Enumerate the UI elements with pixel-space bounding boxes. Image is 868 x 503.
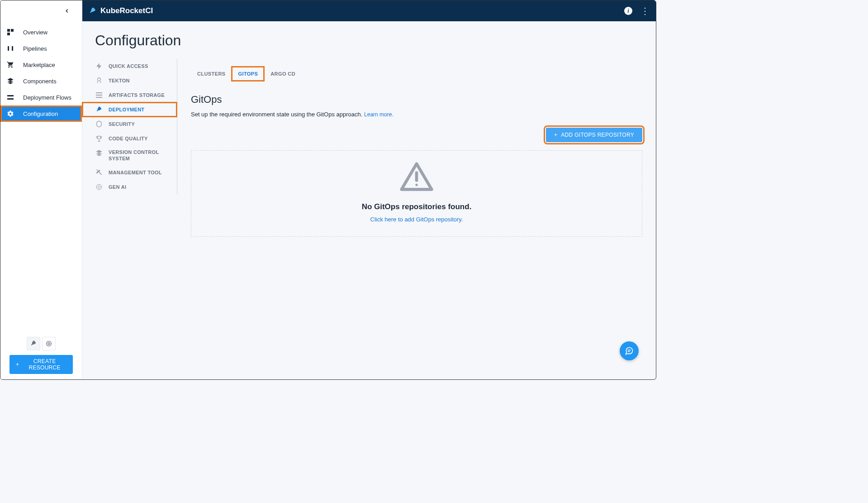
- sidebar-item-deployment-flows[interactable]: Deployment Flows: [0, 89, 82, 105]
- config-nav-management[interactable]: MANAGEMENT TOOL: [82, 165, 177, 180]
- section-title: GitOps: [191, 94, 642, 105]
- tools-icon: [95, 168, 103, 177]
- empty-link[interactable]: Click here to add GitOps repository.: [200, 216, 633, 223]
- shield-icon: [95, 120, 103, 128]
- header: KubeRocketCI i ⋮: [82, 0, 656, 21]
- config-nav-security[interactable]: SECURITY: [82, 117, 177, 131]
- svg-rect-3: [8, 46, 9, 51]
- config-nav-artifacts[interactable]: ARTIFACTS STORAGE: [82, 88, 177, 102]
- empty-state: No GitOps repositories found. Click here…: [191, 150, 642, 237]
- sidebar-nav: Overview Pipelines Marketplace Component…: [0, 21, 82, 332]
- tabs: CLUSTERS GITOPS ARGO CD: [191, 67, 642, 81]
- config-nav-gen-ai[interactable]: GEN AI: [82, 180, 177, 194]
- action-bar: + ADD GITOPS REPOSITORY: [191, 128, 642, 142]
- rocket-icon: [89, 7, 97, 15]
- svg-rect-1: [11, 29, 14, 32]
- sidebar-item-label: Components: [23, 78, 57, 85]
- sidebar: Overview Pipelines Marketplace Component…: [0, 0, 82, 379]
- sidebar-bottom: + CREATE RESOURCE: [0, 332, 82, 379]
- bolt-icon: [95, 62, 103, 70]
- sidebar-item-label: Marketplace: [23, 62, 55, 68]
- flows-icon: [7, 94, 14, 101]
- sidebar-item-components[interactable]: Components: [0, 73, 82, 89]
- sidebar-item-label: Overview: [23, 29, 47, 36]
- tab-clusters[interactable]: CLUSTERS: [191, 67, 232, 81]
- sidebar-item-label: Pipelines: [23, 45, 47, 52]
- config-nav-code-quality[interactable]: CODE QUALITY: [82, 131, 177, 146]
- bottom-icon-2[interactable]: [42, 337, 56, 350]
- chat-fab[interactable]: [620, 341, 639, 360]
- sidebar-item-configuration[interactable]: Configuration: [0, 105, 82, 122]
- main-content: CLUSTERS GITOPS ARGO CD GitOps Set up th…: [177, 59, 656, 237]
- rocket-icon: [30, 340, 37, 347]
- tekton-icon: [95, 77, 103, 85]
- sidebar-item-pipelines[interactable]: Pipelines: [0, 40, 82, 57]
- create-resource-label: CREATE RESOURCE: [23, 358, 66, 371]
- add-repo-label: ADD GITOPS REPOSITORY: [561, 132, 634, 138]
- sidebar-item-overview[interactable]: Overview: [0, 24, 82, 40]
- chevron-left-icon: [64, 8, 70, 14]
- ai-icon: [95, 183, 103, 191]
- empty-title: No GitOps repositories found.: [200, 202, 633, 211]
- config-nav-vcs[interactable]: VERSION CONTROLSYSTEM: [82, 146, 177, 165]
- dashboard-icon: [7, 29, 14, 36]
- svg-rect-6: [7, 98, 14, 100]
- svg-point-16: [415, 184, 417, 186]
- plus-icon: +: [554, 132, 557, 138]
- svg-rect-4: [12, 46, 13, 51]
- create-resource-button[interactable]: + CREATE RESOURCE: [9, 355, 73, 374]
- config-nav: Configuration QUICK ACCESS TEKTON ARTIFA…: [82, 21, 177, 201]
- pipelines-icon: [7, 45, 14, 52]
- rocket-icon: [95, 105, 103, 114]
- config-nav-tekton[interactable]: TEKTON: [82, 73, 177, 88]
- cart-icon: [7, 61, 14, 68]
- header-logo[interactable]: KubeRocketCI: [89, 6, 153, 15]
- tab-argocd[interactable]: ARGO CD: [264, 67, 302, 81]
- page-title: Configuration: [82, 28, 177, 59]
- sidebar-back[interactable]: [0, 0, 82, 21]
- svg-point-8: [47, 341, 52, 346]
- layers-icon: [95, 149, 103, 157]
- learn-more-link[interactable]: Learn more.: [364, 111, 394, 118]
- add-gitops-repo-button[interactable]: + ADD GITOPS REPOSITORY: [546, 128, 642, 142]
- svg-point-9: [98, 78, 101, 81]
- config-nav-deployment[interactable]: DEPLOYMENT: [82, 102, 177, 117]
- sidebar-item-marketplace[interactable]: Marketplace: [0, 57, 82, 73]
- trophy-icon: [95, 134, 103, 143]
- config-nav-quick-access[interactable]: QUICK ACCESS: [82, 59, 177, 73]
- bottom-icon-1[interactable]: [27, 337, 40, 350]
- storage-icon: [95, 91, 103, 99]
- more-icon[interactable]: ⋮: [640, 6, 650, 15]
- svg-point-14: [96, 184, 102, 190]
- warning-icon: [200, 161, 633, 194]
- layers-icon: [7, 77, 14, 85]
- gear-icon: [7, 110, 14, 117]
- svg-rect-11: [96, 95, 102, 96]
- section-description: Set up the required environment state us…: [191, 111, 642, 118]
- svg-rect-12: [96, 97, 102, 98]
- plus-icon: +: [16, 361, 19, 368]
- svg-rect-2: [7, 33, 10, 35]
- settings-icon: [45, 340, 52, 347]
- svg-rect-10: [96, 92, 102, 93]
- svg-point-7: [48, 343, 50, 345]
- svg-rect-0: [7, 29, 10, 32]
- svg-rect-5: [7, 95, 14, 96]
- svg-point-13: [98, 186, 100, 188]
- info-icon[interactable]: i: [624, 7, 632, 15]
- chat-icon: [625, 346, 634, 355]
- tab-gitops[interactable]: GITOPS: [232, 67, 264, 81]
- sidebar-item-label: Deployment Flows: [23, 94, 71, 101]
- sidebar-item-label: Configuration: [23, 110, 58, 117]
- header-title: KubeRocketCI: [100, 6, 153, 15]
